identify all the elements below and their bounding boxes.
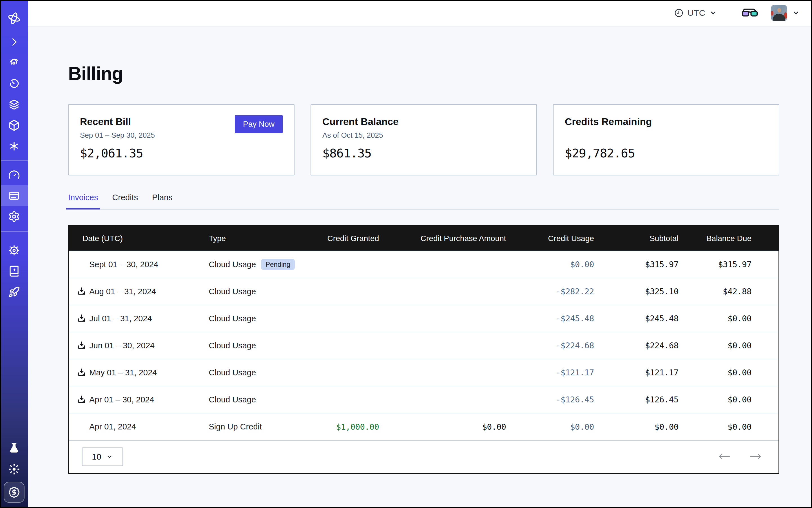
pending-badge: Pending <box>261 259 295 270</box>
download-icon <box>77 314 86 323</box>
download-invoice-button[interactable] <box>76 340 87 351</box>
table-header-row: Date (UTC) Type Credit Granted Credit Pu… <box>69 226 778 251</box>
invoice-type: Cloud Usage <box>209 341 256 350</box>
credits-badge-dollar-button[interactable] <box>4 482 25 503</box>
download-icon <box>77 341 86 350</box>
download-invoice-button[interactable] <box>76 394 87 405</box>
download-slot-empty <box>76 422 87 432</box>
book-sparkle-icon[interactable] <box>0 261 28 282</box>
user-avatar[interactable] <box>771 5 787 21</box>
collapse-chevron-right-icon[interactable] <box>0 32 28 52</box>
col-credit-granted: Credit Granted <box>308 226 379 251</box>
card-subtitle <box>565 131 768 140</box>
iris-icon[interactable] <box>0 52 28 73</box>
credit-purchase-value <box>379 251 506 278</box>
tab-plans[interactable]: Plans <box>152 193 173 209</box>
subtotal-value: $325.10 <box>594 278 679 305</box>
invoices-table: Date (UTC) Type Credit Granted Credit Pu… <box>69 226 778 440</box>
credit-usage-value: -$282.22 <box>506 278 594 305</box>
rocket-icon[interactable] <box>0 282 28 302</box>
credit-granted-value <box>308 278 379 305</box>
subtotal-value: $315.97 <box>594 251 679 278</box>
current-balance-card: Current Balance As of Oct 15, 2025 $861.… <box>310 104 537 175</box>
invoice-date: Apr 01 – 30, 2024 <box>89 395 154 405</box>
col-balance-due: Balance Due <box>679 226 778 251</box>
invoice-row: May 01 – 31, 2024 Cloud Usage -$121.17 $… <box>69 359 778 386</box>
invoice-date: Jul 01 – 31, 2024 <box>89 314 152 323</box>
flask-labs-icon[interactable] <box>0 438 28 459</box>
balance-due-value: $0.00 <box>679 332 778 359</box>
timezone-selector[interactable]: UTC <box>674 8 717 18</box>
credit-granted-value <box>308 386 379 413</box>
tab-invoices[interactable]: Invoices <box>68 193 98 209</box>
glasses-icon[interactable] <box>741 7 758 19</box>
topbar: UTC <box>28 0 812 27</box>
credit-purchase-value <box>379 359 506 386</box>
col-credit-usage: Credit Usage <box>506 226 594 251</box>
settings-gear-icon[interactable] <box>0 206 28 227</box>
invoice-row: Aug 01 – 31, 2024 Cloud Usage -$282.22 $… <box>69 278 778 305</box>
download-slot-empty <box>76 259 87 270</box>
sun-theme-icon[interactable] <box>0 459 28 479</box>
card-subtitle: As of Oct 15, 2025 <box>323 131 525 140</box>
credit-purchase-value <box>379 386 506 413</box>
subtotal-value: $126.45 <box>594 386 679 413</box>
credit-granted-value <box>308 305 379 332</box>
invoice-date: May 01 – 31, 2024 <box>89 368 157 377</box>
card-title: Credits Remaining <box>565 116 768 127</box>
page-size-select[interactable]: 10 <box>82 448 123 466</box>
credits-remaining-card: Credits Remaining $29,782.65 <box>553 104 779 175</box>
clock-icon <box>674 8 684 18</box>
prev-page-button[interactable] <box>718 452 731 462</box>
ship-wheel-icon[interactable] <box>0 240 28 261</box>
credit-purchase-value <box>379 332 506 359</box>
tab-credits[interactable]: Credits <box>112 193 138 209</box>
gauge-usage-icon[interactable] <box>0 164 28 185</box>
credit-usage-value: -$245.48 <box>506 305 594 332</box>
balance-due-value: $315.97 <box>679 251 778 278</box>
invoice-row: Jul 01 – 31, 2024 Cloud Usage -$245.48 $… <box>69 305 778 332</box>
download-invoice-button[interactable] <box>76 286 87 297</box>
credit-granted-value <box>308 359 379 386</box>
card-title: Current Balance <box>323 116 525 127</box>
account-chevron-down-icon[interactable] <box>792 9 800 17</box>
credit-granted-value: $1,000.00 <box>308 413 379 440</box>
next-page-button[interactable] <box>749 452 762 462</box>
layers-icon[interactable] <box>0 94 28 115</box>
recent-bill-amount: $2,061.35 <box>80 146 283 160</box>
main-content: Billing Recent Bill Sep 01 – Sep 30, 202… <box>28 27 812 508</box>
credits-remaining-amount: $29,782.65 <box>565 146 768 160</box>
col-date: Date (UTC) <box>69 226 209 251</box>
page-size-value: 10 <box>92 452 101 462</box>
invoice-row: Sept 01 – 30, 2024 Cloud UsagePending $0… <box>69 251 778 278</box>
invoice-date: Sept 01 – 30, 2024 <box>89 260 158 269</box>
sidebar-item-billing[interactable] <box>0 185 28 206</box>
invoice-type: Cloud Usage <box>209 314 256 323</box>
invoice-date: Apr 01, 2024 <box>89 422 136 431</box>
download-icon <box>77 395 86 405</box>
current-balance-amount: $861.35 <box>323 146 525 160</box>
invoice-row: Jun 01 – 30, 2024 Cloud Usage -$224.68 $… <box>69 332 778 359</box>
credit-purchase-value <box>379 278 506 305</box>
recent-bill-card: Recent Bill Sep 01 – Sep 30, 2025 $2,061… <box>68 104 295 175</box>
download-invoice-button[interactable] <box>76 313 87 324</box>
asterisk-icon[interactable] <box>0 136 28 157</box>
pay-now-button[interactable]: Pay Now <box>235 115 283 133</box>
balance-due-value: $0.00 <box>679 386 778 413</box>
app-logo-icon[interactable] <box>0 5 28 32</box>
chevron-down-icon <box>709 9 717 17</box>
sidebar-divider <box>0 231 28 232</box>
invoice-type: Cloud Usage <box>209 287 256 296</box>
credit-purchase-value <box>379 305 506 332</box>
subtotal-value: $0.00 <box>594 413 679 440</box>
col-credit-purchase-amount: Credit Purchase Amount <box>379 226 506 251</box>
balance-due-value: $0.00 <box>679 359 778 386</box>
subtotal-value: $224.68 <box>594 332 679 359</box>
download-invoice-button[interactable] <box>76 367 87 378</box>
download-icon <box>77 287 86 296</box>
invoice-type: Cloud Usage <box>209 260 256 269</box>
timer-history-icon[interactable] <box>0 73 28 94</box>
box-icon[interactable] <box>0 115 28 136</box>
balance-due-value: $0.00 <box>679 413 778 440</box>
balance-due-value: $42.88 <box>679 278 778 305</box>
